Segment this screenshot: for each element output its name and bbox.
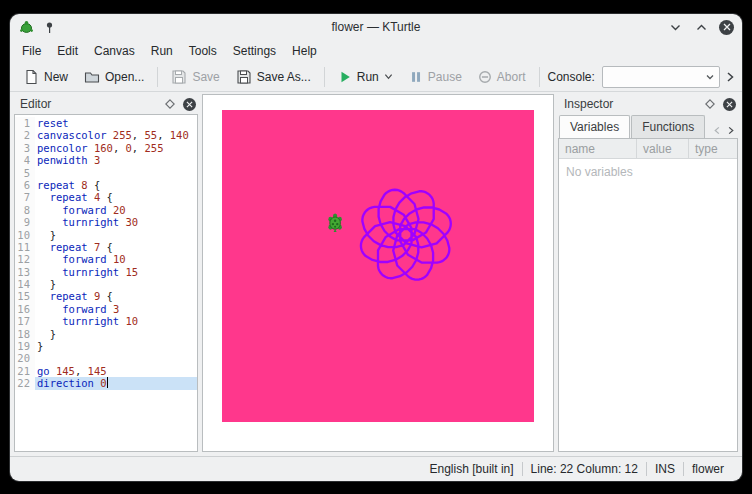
abort-button[interactable]: Abort xyxy=(471,67,533,87)
code-line-text: repeat 9 { xyxy=(35,290,197,302)
save-as-icon xyxy=(236,69,252,85)
line-number: 12 xyxy=(15,253,35,265)
code-line[interactable]: 7 repeat 4 { xyxy=(15,191,197,203)
code-line-text: forward 3 xyxy=(35,303,197,315)
code-line[interactable]: 1reset xyxy=(15,117,197,129)
close-icon xyxy=(723,23,731,31)
line-number: 9 xyxy=(15,216,35,228)
inspector-float-button[interactable] xyxy=(702,97,717,112)
menu-canvas[interactable]: Canvas xyxy=(86,42,143,60)
close-button[interactable] xyxy=(719,20,734,35)
menu-edit[interactable]: Edit xyxy=(49,42,86,60)
tab-functions[interactable]: Functions xyxy=(631,115,705,138)
toolbar-separator xyxy=(539,67,540,87)
titlebar[interactable]: flower — KTurtle xyxy=(10,14,742,40)
pin-glyph-icon xyxy=(43,21,56,34)
menu-run[interactable]: Run xyxy=(143,42,181,60)
menu-tools[interactable]: Tools xyxy=(181,42,225,60)
menu-file[interactable]: File xyxy=(14,42,49,60)
menu-help[interactable]: Help xyxy=(284,42,325,60)
code-line-text: forward 20 xyxy=(35,204,197,216)
code-line[interactable]: 16 forward 3 xyxy=(15,303,197,315)
code-line-text: go 145, 145 xyxy=(35,365,197,377)
pause-button[interactable]: Pause xyxy=(402,67,469,87)
float-diamond-icon xyxy=(165,99,175,109)
code-line[interactable]: 3pencolor 160, 0, 255 xyxy=(15,142,197,154)
column-header-type[interactable]: type xyxy=(689,139,737,158)
code-line[interactable]: 15 repeat 9 { xyxy=(15,290,197,302)
menu-settings[interactable]: Settings xyxy=(225,42,284,60)
code-line-text: } xyxy=(35,340,197,352)
code-line[interactable]: 17 turnright 10 xyxy=(15,315,197,327)
tab-variables[interactable]: Variables xyxy=(559,115,630,138)
inspector-close-button[interactable] xyxy=(723,98,736,111)
code-line-text: turnright 30 xyxy=(35,216,197,228)
code-line[interactable]: 18 } xyxy=(15,328,197,340)
tab-scroll-left-icon[interactable] xyxy=(713,126,722,135)
tab-scroll-right-icon[interactable] xyxy=(726,126,735,135)
new-file-icon xyxy=(23,69,39,85)
code-line[interactable]: 4penwidth 3 xyxy=(15,154,197,166)
save-as-button[interactable]: Save As... xyxy=(229,66,318,88)
save-button[interactable]: Save xyxy=(164,66,226,88)
pin-icon[interactable] xyxy=(41,19,57,35)
editor-close-button[interactable] xyxy=(183,98,196,111)
run-play-icon xyxy=(338,70,352,84)
pause-icon xyxy=(409,70,423,84)
code-line[interactable]: 10 } xyxy=(15,229,197,241)
code-line-text: canvascolor 255, 55, 140 xyxy=(35,129,197,141)
code-line[interactable]: 8 forward 20 xyxy=(15,204,197,216)
column-header-value[interactable]: value xyxy=(637,139,689,158)
new-button[interactable]: New xyxy=(16,66,75,88)
code-line-text xyxy=(35,352,197,364)
code-line[interactable]: 22direction 0 xyxy=(15,377,197,389)
float-diamond-icon xyxy=(705,99,715,109)
minimize-button[interactable] xyxy=(667,19,683,35)
table-empty-state: No variables xyxy=(559,159,737,451)
line-number: 17 xyxy=(15,315,35,327)
code-editor[interactable]: 1reset2canvascolor 255, 55, 1403pencolor… xyxy=(14,114,198,452)
code-line-text: penwidth 3 xyxy=(35,154,197,166)
toolbar-overflow-button[interactable] xyxy=(724,69,736,85)
maximize-button[interactable] xyxy=(693,19,709,35)
code-line-text: } xyxy=(35,278,197,290)
column-header-name[interactable]: name xyxy=(559,139,637,158)
code-line[interactable]: 13 turnright 15 xyxy=(15,266,197,278)
editor-float-button[interactable] xyxy=(162,97,177,112)
line-number: 8 xyxy=(15,204,35,216)
line-number: 14 xyxy=(15,278,35,290)
code-line[interactable]: 6repeat 8 { xyxy=(15,179,197,191)
code-line-text: repeat 7 { xyxy=(35,241,197,253)
code-line[interactable]: 12 forward 10 xyxy=(15,253,197,265)
code-line[interactable]: 9 turnright 30 xyxy=(15,216,197,228)
screenshot-stage: flower — KTurtle xyxy=(0,0,752,494)
code-line[interactable]: 11 repeat 7 { xyxy=(15,241,197,253)
code-line[interactable]: 14 } xyxy=(15,278,197,290)
variables-table: name value type No variables xyxy=(558,138,738,452)
toolbar-separator xyxy=(157,67,158,87)
line-number: 18 xyxy=(15,328,35,340)
status-script-name: flower xyxy=(684,462,732,476)
run-button[interactable]: Run xyxy=(331,67,400,87)
status-cursor-position: Line: 22 Column: 12 xyxy=(523,462,646,476)
line-number: 10 xyxy=(15,229,35,241)
editor-dock: Editor 1reset2canvascolor 255, 55, 1403p… xyxy=(14,94,198,452)
code-line[interactable]: 5 xyxy=(15,167,197,179)
code-line-text: pencolor 160, 0, 255 xyxy=(35,142,197,154)
table-header-row: name value type xyxy=(559,139,737,159)
line-number: 20 xyxy=(15,352,35,364)
app-icon[interactable] xyxy=(18,19,34,35)
line-number: 21 xyxy=(15,365,35,377)
code-line[interactable]: 19} xyxy=(15,340,197,352)
line-number: 22 xyxy=(15,377,35,389)
code-line[interactable]: 21go 145, 145 xyxy=(15,365,197,377)
code-line-text: reset xyxy=(35,117,197,129)
console-combobox[interactable] xyxy=(602,66,720,88)
code-line[interactable]: 20 xyxy=(15,352,197,364)
open-button[interactable]: Open... xyxy=(77,66,151,88)
code-line-text: forward 10 xyxy=(35,253,197,265)
statusbar: English [built in] Line: 22 Column: 12 I… xyxy=(10,456,742,481)
code-line-text: turnright 10 xyxy=(35,315,197,327)
canvas-view xyxy=(202,94,554,452)
code-line[interactable]: 2canvascolor 255, 55, 140 xyxy=(15,129,197,141)
